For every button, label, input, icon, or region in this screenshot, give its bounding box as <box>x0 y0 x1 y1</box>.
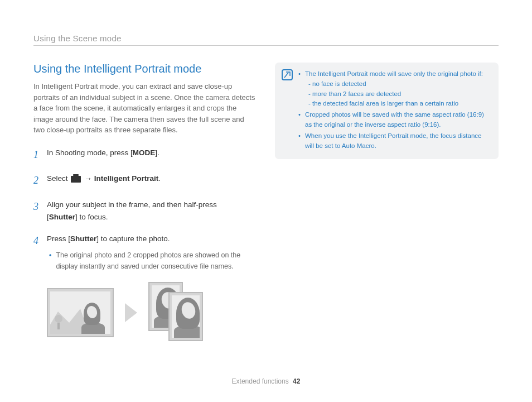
cropped-photos-illustration <box>148 282 204 343</box>
arrow-icon: → <box>82 174 94 183</box>
illustration-row <box>33 282 257 343</box>
note-item: The Intelligent Portrait mode will save … <box>298 69 490 109</box>
mode-button-label: MODE <box>133 149 156 157</box>
left-column: Using the Intelligent Portrait mode In I… <box>33 63 257 343</box>
step-number: 3 <box>33 199 41 223</box>
shutter-button-label: Shutter <box>49 213 75 221</box>
page-footer: Extended functions 42 <box>0 377 532 385</box>
step-text: . <box>158 174 161 183</box>
step-text: ]. <box>155 149 159 157</box>
breadcrumb-section: Using the Scene mode <box>33 34 499 43</box>
menu-option-label: Intelligent Portrait <box>94 174 159 183</box>
step-number: 2 <box>33 173 41 189</box>
bullet-icon: • <box>49 250 51 272</box>
note-sub-item: no face is detected <box>308 79 490 89</box>
step-3: 3 Align your subject in the frame, and t… <box>33 199 257 223</box>
page-number: 42 <box>293 377 300 385</box>
page-title: Using the Intelligent Portrait mode <box>33 63 257 75</box>
step-text: Align your subject in the frame, and the… <box>47 200 217 209</box>
footer-section-label: Extended functions <box>232 377 289 385</box>
header-divider <box>33 45 499 46</box>
step-number: 4 <box>33 233 41 272</box>
shutter-button-label: Shutter <box>70 234 96 243</box>
step-4: 4 Press [Shutter] to capture the photo. … <box>33 233 257 272</box>
sub-bullet-text: The original photo and 2 cropped photos … <box>56 250 257 272</box>
step-text: ] to capture the photo. <box>96 234 170 243</box>
note-sub-item: more than 2 faces are detected <box>308 89 490 99</box>
step-1: 1 In Shooting mode, press [MODE]. <box>33 147 257 163</box>
step-number: 1 <box>33 147 41 163</box>
original-photo-illustration <box>47 288 114 337</box>
info-note-box: The Intelligent Portrait mode will save … <box>275 63 499 159</box>
note-item: When you use the Intelligent Portrait mo… <box>298 131 490 151</box>
step-text: In Shooting mode, press [ <box>47 149 133 157</box>
intro-paragraph: In Intelligent Portrait mode, you can ex… <box>33 81 257 136</box>
right-column: The Intelligent Portrait mode will save … <box>275 63 499 343</box>
note-item: Cropped photos will be saved with the sa… <box>298 110 490 130</box>
steps-list: 1 In Shooting mode, press [MODE]. 2 Sele… <box>33 147 257 272</box>
step-text: Press [ <box>47 234 70 243</box>
step-sub-bullet: • The original photo and 2 cropped photo… <box>47 250 257 272</box>
step-text: ] to focus. <box>75 213 108 221</box>
note-sub-item: the detected facial area is larger than … <box>308 99 490 109</box>
transform-arrow-icon <box>125 303 137 322</box>
step-text: Select <box>47 174 70 183</box>
step-2: 2 Select →Intelligent Portrait. <box>33 173 257 189</box>
scene-mode-icon <box>71 176 81 183</box>
note-icon <box>282 69 293 80</box>
